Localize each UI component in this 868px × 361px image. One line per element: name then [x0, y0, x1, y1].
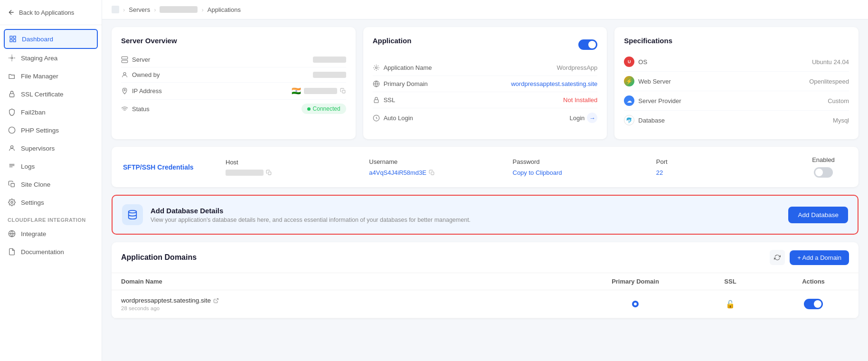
content-area: Server Overview Server Owned by	[102, 19, 868, 361]
ssl-label: SSL	[373, 96, 396, 104]
sftp-host-blurred	[226, 170, 264, 176]
svg-rect-11	[122, 60, 128, 63]
india-flag: 🇮🇳	[292, 86, 301, 95]
webserver-value: Openlitespeed	[809, 78, 849, 85]
database-spec-row: 🐬 Database Mysql	[624, 111, 849, 130]
ssl-value: Not Installed	[563, 96, 597, 104]
sftp-title[interactable]: SFTP/SSH Credentials	[123, 163, 218, 171]
svg-point-23	[129, 210, 137, 213]
domain-time: 28 seconds ago	[121, 305, 588, 311]
sidebar-item-label: Integrate	[21, 230, 46, 238]
sftp-password-value[interactable]: Copy to Clipboard	[513, 169, 649, 176]
sidebar-item-label: PHP Settings	[21, 127, 59, 134]
sftp-enabled-toggle[interactable]	[814, 167, 833, 178]
sidebar-item-label: File Manager	[21, 73, 58, 80]
server-value-blurred	[313, 57, 346, 63]
sidebar-item-settings[interactable]: Settings	[0, 193, 102, 211]
primary-domain-indicator	[632, 301, 639, 307]
ssl-label-text: SSL	[384, 96, 396, 104]
add-database-title: Add Database Details	[151, 207, 781, 215]
sidebar-item-logs[interactable]: Logs	[0, 157, 102, 175]
webserver-row: ⚡ Web Server Openlitespeed	[624, 72, 849, 91]
dashboard-icon	[9, 35, 17, 43]
breadcrumb: › Servers › › Applications	[102, 0, 868, 19]
domain-enabled-toggle[interactable]	[804, 299, 823, 309]
provider-icon: ☁	[624, 95, 634, 106]
specifications-card: Specifications U OS Ubuntu 24.04 ⚡ Web S…	[614, 27, 859, 139]
os-value: Ubuntu 24.04	[812, 58, 849, 66]
status-label-text: Status	[132, 105, 150, 113]
autologin-value[interactable]: Login →	[570, 113, 598, 123]
back-to-applications-button[interactable]: Back to Applications	[0, 0, 102, 25]
sidebar-item-php[interactable]: PHP Settings	[0, 121, 102, 139]
application-title: Application	[373, 37, 412, 45]
database-spec-label: 🐬 Database	[624, 115, 665, 125]
database-icon: 🐬	[624, 115, 634, 125]
ssl-lock-icon: 🔓	[726, 300, 735, 309]
sidebar-item-dashboard[interactable]: Dashboard	[4, 29, 98, 49]
application-card: Application Application Name WordpressAp…	[363, 27, 607, 139]
sidebar-item-label: Documentation	[21, 248, 64, 256]
application-toggle[interactable]	[578, 39, 597, 50]
os-row: U OS Ubuntu 24.04	[624, 52, 849, 72]
table-row: wordpressapptest.satesting.site 28 secon…	[112, 290, 859, 318]
svg-point-4	[11, 57, 13, 59]
svg-rect-7	[11, 183, 14, 187]
add-domain-button[interactable]: + Add a Domain	[790, 250, 849, 265]
breadcrumb-icon-item	[112, 6, 119, 13]
svg-rect-21	[268, 171, 271, 174]
user-icon	[121, 71, 128, 78]
svg-point-14	[123, 73, 126, 75]
server-label: Server	[121, 56, 150, 63]
svg-rect-5	[9, 94, 14, 97]
database-spec-value: Mysql	[833, 117, 849, 124]
primary-domain-value[interactable]: wordpressapptest.satesting.site	[511, 80, 597, 87]
external-link-icon[interactable]	[213, 298, 219, 304]
svg-point-17	[375, 67, 377, 69]
sftp-copy-host-icon[interactable]	[266, 170, 272, 176]
sftp-copy-username-icon[interactable]	[429, 170, 435, 176]
sftp-port-col: Port 22	[656, 158, 792, 176]
svg-rect-0	[10, 36, 12, 38]
sidebar-item-fail2ban[interactable]: Fail2ban	[0, 103, 102, 121]
app-name-value: WordpressApp	[557, 64, 598, 71]
ipaddress-label-text: IP Address	[132, 87, 162, 95]
add-database-text: Add Database Details View your applicati…	[151, 207, 781, 223]
sidebar-item-label: Logs	[21, 163, 35, 170]
svg-rect-16	[342, 90, 345, 93]
grid-icon	[112, 6, 119, 13]
ssl-cell: 🔓	[683, 300, 778, 309]
breadcrumb-applications[interactable]: Applications	[208, 6, 241, 13]
breadcrumb-servers[interactable]: Servers	[129, 6, 150, 13]
status-dot	[307, 107, 311, 111]
refresh-icon	[774, 254, 781, 261]
provider-label: ☁ Server Provider	[624, 95, 681, 106]
sidebar-item-filemanager[interactable]: File Manager	[0, 67, 102, 85]
copy-icon[interactable]	[340, 88, 346, 94]
login-text: Login	[570, 114, 585, 122]
logs-icon	[8, 162, 16, 171]
server-row: Server	[121, 52, 346, 67]
primary-domain-label-text: Primary Domain	[384, 80, 428, 87]
domains-actions: + Add a Domain	[770, 250, 849, 265]
database-icon-wrap	[122, 204, 143, 225]
sidebar-item-integrate[interactable]: Integrate	[0, 225, 102, 243]
sftp-enabled-col: Enabled	[800, 156, 847, 178]
domains-section: Application Domains + Add a Domain Domai…	[112, 242, 859, 318]
sftp-username-value: a4VqS4J4iR58md3E	[369, 169, 505, 176]
cloudflare-section-label: Cloudflare Integration	[0, 211, 102, 225]
sidebar-nav: Dashboard Staging Area File Manager SSL …	[0, 25, 102, 361]
sidebar-item-staging[interactable]: Staging Area	[0, 49, 102, 67]
svg-rect-2	[10, 39, 12, 42]
sidebar-item-documentation[interactable]: Documentation	[0, 243, 102, 261]
refresh-button[interactable]	[770, 250, 785, 265]
globe-icon	[373, 80, 380, 87]
primary-domain-row: Primary Domain wordpressapptest.satestin…	[373, 76, 598, 92]
database-spec-label-text: Database	[638, 117, 665, 124]
main-content: › Servers › › Applications Server Overvi…	[102, 0, 868, 361]
sftp-username-text: a4VqS4J4iR58md3E	[369, 169, 426, 176]
sidebar-item-supervisors[interactable]: Supervisors	[0, 139, 102, 157]
sidebar-item-siteclone[interactable]: Site Clone	[0, 175, 102, 193]
add-database-button[interactable]: Add Database	[788, 207, 848, 223]
sidebar-item-ssl[interactable]: SSL Certificate	[0, 85, 102, 103]
